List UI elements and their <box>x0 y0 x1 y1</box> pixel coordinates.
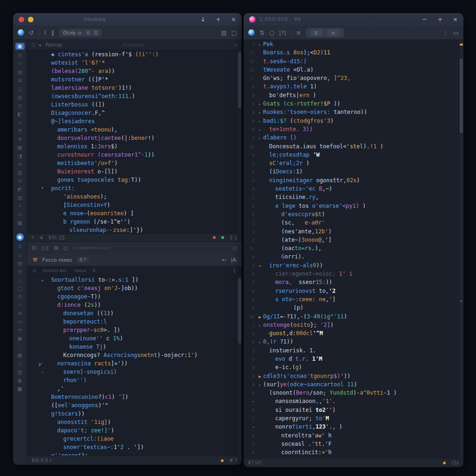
code-line[interactable]: «soero]-snogicsi) <box>27 368 242 376</box>
code-line[interactable]: konaese Tj) <box>27 343 242 351</box>
minimize-traffic-light[interactable] <box>28 17 33 22</box>
activity-icon[interactable]: ◔ <box>15 128 25 133</box>
activity-icon[interactable]: ⌂ <box>15 120 25 125</box>
activity-icon[interactable]: ⊖ <box>15 178 25 184</box>
editor-right[interactable]: 7▸Pek73Boarss.s 8os);<D2)1172t.ses6=-d15… <box>244 40 463 458</box>
editor-bottom[interactable]: »Soortuallorsi to-:».s:1 ])gtoot c'oeasj… <box>27 276 242 456</box>
code-line[interactable]: b rgeoon (/se-1^e'') <box>27 218 242 226</box>
scope-icon[interactable]: ◎ <box>33 268 36 273</box>
fold-arrow-icon[interactable]: ▸ <box>257 321 263 330</box>
code-line[interactable]: 7▸Pek <box>244 40 463 48</box>
fold-arrow-icon[interactable]: ▶ <box>257 372 263 381</box>
code-line[interactable]: beporeteuct:l <box>27 317 242 326</box>
code-line[interactable]: 8nteroltra'aw' h <box>244 431 463 440</box>
filter-label-1[interactable]: Isnoces ber, <box>43 268 68 273</box>
activity-icon[interactable]: ◉ <box>15 378 25 383</box>
fold-arrow-icon[interactable]: ▸ <box>257 381 263 389</box>
code-line[interactable]: wotesist 'l'6?'* <box>27 59 242 67</box>
code-line[interactable]: meitisbeeto'/o>f') <box>27 159 242 167</box>
scrollbar[interactable] <box>238 276 242 456</box>
code-line[interactable]: ([eel'aooggons)'° <box>27 401 242 410</box>
activity-icon[interactable]: ▩ <box>15 220 25 225</box>
code-line[interactable]: Nrserurioovst to,'2 <box>244 287 463 295</box>
fold-arrow-icon[interactable]: ▸ <box>257 338 263 346</box>
circle-icon[interactable]: ○ <box>64 245 68 251</box>
activity-icon[interactable]: ▥ <box>15 95 25 100</box>
activity-icon[interactable]: ▦ <box>15 145 25 150</box>
code-line[interactable]: |Sieconstin»Y) <box>27 201 242 209</box>
code-line[interactable]: *pocrit: <box>27 184 242 192</box>
view-mode-b[interactable]: ∩ <box>327 29 339 36</box>
code-line[interactable]: gtoot c'oeasj on'J-]ob)) <box>27 284 242 292</box>
new-tab-icon[interactable]: + <box>216 16 221 23</box>
code-line[interactable]: 2sC'eral;2r ) <box>244 159 463 167</box>
code-line[interactable]: 8s oto~:ceee: ne,'] <box>244 295 463 304</box>
scrollbar-thumb[interactable] <box>460 59 463 133</box>
more-icon[interactable]: ⋮ <box>443 30 449 36</box>
code-line[interactable]: Disagconocer.F,^ <box>27 109 242 117</box>
code-line[interactable]: lamiersiane totsoro')1!) <box>27 84 242 92</box>
fold-arrow-icon[interactable]: ▶ <box>257 313 263 321</box>
code-line[interactable]: dapoco't; zee!]') <box>27 426 242 435</box>
filter-icon[interactable]: |::| <box>42 245 48 251</box>
code-line[interactable]: Listerbosus ((]) <box>27 100 242 109</box>
code-line[interactable]: 0seatetis~'ec B,~) <box>244 185 463 193</box>
code-line[interactable]: anoosstit '1ig}) <box>27 418 242 426</box>
code-line[interactable]: 0si ouraitei to2'') <box>244 406 463 414</box>
activity-icon[interactable]: ⋮ <box>15 344 25 350</box>
code-line[interactable]: 2mora, sseor15:)) <box>244 278 463 286</box>
close-icon[interactable]: × <box>231 16 236 23</box>
activity-icon[interactable]: ⌗ <box>15 61 25 66</box>
code-line[interactable]: 3(nes'ante,12b') <box>244 227 463 236</box>
code-line[interactable]: @~]lesiadnres <box>27 117 242 126</box>
code-line[interactable]: cgopoagoe-T)) <box>27 292 242 301</box>
activity-icon[interactable]: ◩ <box>15 187 25 192</box>
activity-icon[interactable]: ⌖ <box>15 204 25 209</box>
code-line[interactable]: 12tWeseate <Ol.a) <box>244 66 463 74</box>
code-line[interactable]: 9▸Gsats (cs-rtotfer!$P )) <box>244 99 463 108</box>
code-line[interactable]: prerpper-sc0>. ]) <box>27 326 242 334</box>
code-line[interactable]: 2(ate~)3oooo@,'] <box>244 236 463 244</box>
code-line[interactable]: 8Gorri). <box>244 252 463 261</box>
activity-icon[interactable]: ◫ <box>15 86 25 92</box>
scrollbar[interactable] <box>459 40 463 458</box>
split-icon[interactable]: ‖ <box>51 30 54 36</box>
activity-icon[interactable]: ■ <box>15 386 25 391</box>
activity-icon[interactable]: ▧ <box>15 170 25 175</box>
stack-icon[interactable]: ▤ <box>221 30 226 36</box>
target-icon[interactable]: ⊙ <box>86 30 90 35</box>
activity-icon[interactable]: ◨ <box>15 153 25 159</box>
code-line[interactable]: d:ionce (2s)) <box>27 301 242 309</box>
code-line[interactable]: 0t▶Og/1I=-?1),-(3-49(ig°'11) <box>244 312 463 321</box>
activity-icon[interactable]: ○ <box>15 361 25 366</box>
code-line[interactable]: 2(sc, e-a0r' <box>244 218 463 227</box>
code-line[interactable]: i,Gn'ws; fio'aopovero, ]^23, <box>244 74 463 82</box>
code-line[interactable]: nningineitager ogonsttr,02s) <box>244 176 463 185</box>
code-line[interactable]: 8x lege tos o'enarse'<py1) ) <box>244 202 463 210</box>
file-circle-icon[interactable]: ○ <box>32 42 36 47</box>
code-line[interactable]: p'nornascina racts]»')) <box>27 359 242 368</box>
activity-icon[interactable]: ▣ <box>15 43 25 50</box>
code-line[interactable]: (belesa(280^- ara)) <box>27 67 242 75</box>
scrollbar-thumb[interactable] <box>238 278 241 344</box>
code-line[interactable]: doorsvelorot|cantee(|:bener!) <box>27 134 242 142</box>
code-line[interactable]: 0e-ic.(g) <box>244 363 463 371</box>
fold-arrow-icon[interactable]: ▸ <box>257 40 263 49</box>
code-line[interactable]: rhon'') <box>27 376 242 384</box>
activity-icon[interactable]: △ <box>15 278 25 283</box>
code-line[interactable]: Kcornncogs? Ascrocisngsnetnt)-oojecr:1') <box>27 351 242 359</box>
activity-icon[interactable]: ⊡ <box>15 294 25 299</box>
activity-icon[interactable]: ⊕ <box>15 137 25 142</box>
activity-icon[interactable]: ⊟ <box>15 269 25 274</box>
activity-icon[interactable]: ▨ <box>15 195 25 200</box>
window-icon[interactable]: ⊞ <box>54 245 58 251</box>
code-line[interactable]: oneinuoe'' c 1%) <box>27 334 242 343</box>
code-line[interactable]: ameribars <teonu), <box>27 126 242 134</box>
activity-icon[interactable]: ⌗ <box>15 303 25 308</box>
activity-icon[interactable]: ▭ <box>15 319 25 324</box>
code-line[interactable]: 0(snoont(Bero/son; Yundstd)-a^0vtti-1 ) <box>244 389 463 397</box>
scrollbar-thumb[interactable] <box>238 52 241 108</box>
close-icon[interactable]: × <box>453 16 458 23</box>
comment-icon[interactable]: ○ <box>269 30 274 36</box>
activity-icon[interactable]: ⊙ <box>15 212 25 217</box>
